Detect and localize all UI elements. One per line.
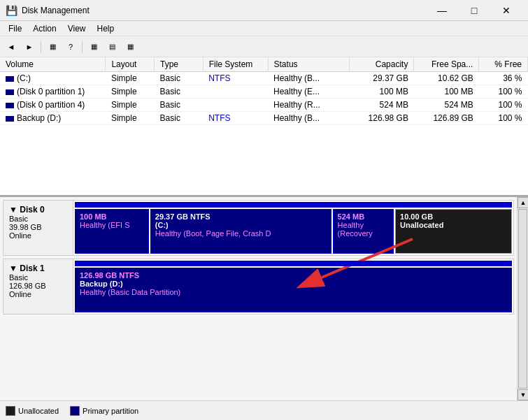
part-label-0-1: (C:) bbox=[155, 221, 327, 229]
disk-size-0: 39.98 GB bbox=[9, 223, 67, 231]
scroll-thumb[interactable] bbox=[518, 209, 527, 389]
toolbar-forward[interactable]: ► bbox=[21, 39, 38, 55]
maximize-button[interactable]: □ bbox=[458, 0, 490, 21]
disk-partitions-0: 100 MB Healthy (EFI S 29.37 GB NTFS (C:)… bbox=[73, 201, 513, 255]
disk-row-1: ▼ Disk 1 Basic 126.98 GB Online 126.98 G… bbox=[3, 259, 514, 314]
part-sublabel-1-0: Healthy (Basic Data Partition) bbox=[80, 288, 507, 296]
menu-bar: File Action View Help bbox=[0, 21, 528, 36]
volume-table: Volume Layout Type File System Status Ca… bbox=[0, 57, 528, 125]
col-header-fs[interactable]: File System bbox=[203, 57, 268, 72]
disk-lower-pane: ▼ Disk 0 Basic 39.98 GB Online 100 MB He… bbox=[0, 197, 517, 400]
partition-0-2[interactable]: 524 MB Healthy (Recovery bbox=[333, 209, 394, 254]
table-row[interactable]: (C:) Simple Basic NTFS Healthy (B... 29.… bbox=[0, 72, 528, 85]
col-header-type[interactable]: Type bbox=[155, 57, 204, 72]
disk-size-1: 126.98 GB bbox=[9, 282, 67, 290]
col-header-free[interactable]: Free Spa... bbox=[414, 57, 479, 72]
part-size-0-3: 10.00 GB bbox=[400, 212, 507, 221]
disk-type-1: Basic bbox=[9, 273, 67, 282]
disk-name-0: ▼ Disk 0 bbox=[9, 205, 67, 215]
partition-1-0[interactable]: 126.98 GB NTFS Backup (D:) Healthy (Basi… bbox=[75, 268, 512, 312]
table-row[interactable]: (Disk 0 partition 1) Simple Basic Health… bbox=[0, 85, 528, 99]
legend-label-primary: Primary partition bbox=[83, 407, 138, 415]
toolbar-btn2[interactable]: ? bbox=[62, 39, 79, 55]
legend-unallocated: Unallocated bbox=[6, 406, 59, 416]
part-label-1-0: Backup (D:) bbox=[80, 280, 507, 288]
disk-type-0: Basic bbox=[9, 215, 67, 223]
disk-header-bar-1 bbox=[75, 261, 512, 266]
col-header-status[interactable]: Status bbox=[268, 57, 349, 72]
disk-row-0: ▼ Disk 0 Basic 39.98 GB Online 100 MB He… bbox=[3, 200, 514, 256]
legend-box-unallocated bbox=[6, 406, 15, 416]
volume-table-pane: Volume Layout Type File System Status Ca… bbox=[0, 57, 528, 197]
disk-status-0: Online bbox=[9, 231, 67, 240]
col-header-volume[interactable]: Volume bbox=[0, 57, 106, 72]
menu-action[interactable]: Action bbox=[27, 22, 62, 35]
disk-partitions-1: 126.98 GB NTFS Backup (D:) Healthy (Basi… bbox=[73, 259, 513, 314]
col-header-pct[interactable]: % Free bbox=[479, 57, 528, 72]
col-header-layout[interactable]: Layout bbox=[106, 57, 155, 72]
part-size-0-1: 29.37 GB NTFS bbox=[155, 212, 327, 221]
part-label-0-3: Unallocated bbox=[400, 221, 507, 229]
part-sublabel-0-2: Healthy (Recovery bbox=[338, 221, 389, 238]
volume-table-body: (C:) Simple Basic NTFS Healthy (B... 29.… bbox=[0, 72, 528, 125]
disk-label-0: ▼ Disk 0 Basic 39.98 GB Online bbox=[3, 201, 73, 255]
col-header-capacity[interactable]: Capacity bbox=[349, 57, 414, 72]
toolbar-back[interactable]: ◄ bbox=[3, 39, 20, 55]
disk-label-1: ▼ Disk 1 Basic 126.98 GB Online bbox=[3, 259, 73, 314]
disk-header-bar-0 bbox=[75, 202, 512, 208]
disk-view-wrapper: ▼ Disk 0 Basic 39.98 GB Online 100 MB He… bbox=[0, 197, 528, 400]
scrollbar-vertical[interactable]: ▲ ▼ bbox=[517, 197, 528, 400]
minimize-button[interactable]: — bbox=[426, 0, 458, 21]
part-size-1-0: 126.98 GB NTFS bbox=[80, 271, 507, 280]
toolbar-btn3[interactable]: ▦ bbox=[85, 39, 102, 55]
legend-label-unallocated: Unallocated bbox=[18, 407, 59, 415]
window-icon: 💾 bbox=[6, 5, 17, 16]
window-title: Disk Management bbox=[22, 6, 426, 15]
scroll-up-btn[interactable]: ▲ bbox=[518, 197, 528, 208]
toolbar-sep1 bbox=[41, 41, 41, 53]
part-size-0-0: 100 MB bbox=[80, 212, 144, 221]
part-sublabel-0-0: Healthy (EFI S bbox=[80, 221, 144, 229]
menu-help[interactable]: Help bbox=[92, 22, 120, 35]
scroll-down-btn[interactable]: ▼ bbox=[518, 389, 528, 400]
disk-status-1: Online bbox=[9, 290, 67, 298]
menu-view[interactable]: View bbox=[62, 22, 92, 35]
toolbar-btn5[interactable]: ▦ bbox=[122, 39, 138, 55]
part-sublabel-0-1: Healthy (Boot, Page File, Crash D bbox=[155, 229, 327, 238]
part-size-0-2: 524 MB bbox=[338, 212, 389, 221]
table-row[interactable]: (Disk 0 partition 4) Simple Basic Health… bbox=[0, 99, 528, 112]
partition-0-1[interactable]: 29.37 GB NTFS (C:) Healthy (Boot, Page F… bbox=[150, 209, 331, 254]
title-bar: 💾 Disk Management — □ ✕ bbox=[0, 0, 528, 21]
legend-primary: Primary partition bbox=[70, 406, 138, 416]
legend: Unallocated Primary partition bbox=[0, 400, 528, 420]
menu-file[interactable]: File bbox=[3, 22, 27, 35]
close-button[interactable]: ✕ bbox=[490, 0, 522, 21]
toolbar-btn1[interactable]: ▦ bbox=[44, 39, 61, 55]
partition-0-3[interactable]: 10.00 GB Unallocated bbox=[395, 209, 512, 254]
toolbar-btn4[interactable]: ▤ bbox=[104, 39, 120, 55]
toolbar-sep2 bbox=[82, 41, 83, 53]
partition-0-0[interactable]: 100 MB Healthy (EFI S bbox=[75, 209, 149, 254]
table-header-row: Volume Layout Type File System Status Ca… bbox=[0, 57, 528, 72]
table-row[interactable]: Backup (D:) Simple Basic NTFS Healthy (B… bbox=[0, 112, 528, 125]
window-controls: — □ ✕ bbox=[426, 0, 522, 21]
disk-name-1: ▼ Disk 1 bbox=[9, 263, 67, 273]
toolbar: ◄ ► ▦ ? ▦ ▤ ▦ bbox=[0, 36, 528, 57]
main-content: Volume Layout Type File System Status Ca… bbox=[0, 57, 528, 420]
legend-box-primary bbox=[70, 406, 80, 416]
